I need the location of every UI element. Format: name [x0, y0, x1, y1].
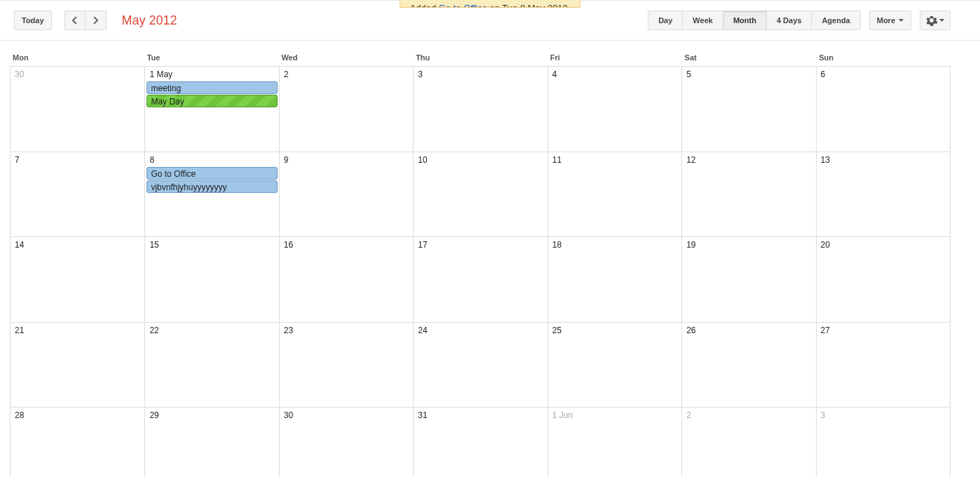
calendar-cell[interactable]: 3 [413, 67, 547, 152]
calendar-cell[interactable]: 5 [681, 67, 815, 152]
calendar-cell[interactable]: 3 [816, 408, 950, 477]
date-label: 1 May [145, 68, 278, 81]
prev-button[interactable] [64, 11, 86, 30]
next-button[interactable] [86, 11, 107, 30]
date-label: 15 [145, 238, 278, 251]
calendar-grid: 301 MaymeetingMay Day2345678Go to Office… [10, 66, 951, 477]
view-day-label: Day [658, 16, 672, 25]
calendar-cell[interactable]: 26 [681, 323, 815, 407]
date-label: 10 [414, 154, 547, 166]
toast-prefix: Added [410, 3, 439, 8]
view-month-button[interactable]: Month [723, 11, 767, 30]
date-label: 27 [817, 324, 950, 337]
dow-row: MonTueWedThuFriSatSun [10, 51, 951, 66]
view-4days-label: 4 Days [777, 16, 801, 25]
calendar-cell[interactable]: 22 [144, 323, 278, 407]
calendar-cell[interactable]: 19 [681, 237, 815, 321]
date-label: 25 [548, 324, 681, 337]
calendar-cell[interactable]: 25 [547, 323, 681, 407]
date-label: 1 Jun [548, 409, 681, 422]
date-label: 12 [682, 154, 815, 166]
date-label: 23 [280, 324, 413, 337]
date-label: 30 [280, 409, 413, 422]
calendar-cell[interactable]: 4 [547, 67, 681, 152]
calendar-event[interactable]: Go to Office [147, 167, 277, 180]
date-label: 31 [414, 409, 547, 422]
calendar-cell[interactable]: 7 [11, 152, 144, 236]
date-label: 7 [11, 154, 144, 166]
calendar-cell[interactable]: 2 [279, 67, 413, 152]
notification-toast: Added Go to Office on Tue 8 May 2012. [400, 0, 581, 8]
calendar-cell[interactable]: 28 [11, 408, 144, 477]
more-button-label: More [877, 16, 895, 25]
date-label: 28 [11, 409, 144, 422]
date-label: 9 [280, 154, 413, 166]
date-label: 30 [11, 68, 144, 81]
calendar-cell[interactable]: 21 [11, 323, 144, 407]
calendar-cell[interactable]: 1 Jun [547, 408, 681, 477]
date-label: 26 [682, 324, 815, 337]
calendar-week: 282930311 Jun23 [11, 407, 950, 477]
calendar-cell[interactable]: 6 [816, 67, 950, 152]
date-label: 8 [145, 154, 278, 166]
calendar-event[interactable]: vjbvnfhjyhuyyyyyyyy [147, 180, 277, 193]
dow-header: Wed [278, 51, 413, 66]
caret-down-icon [939, 19, 944, 22]
date-label: 2 [280, 68, 413, 81]
view-day-button[interactable]: Day [648, 11, 683, 30]
calendar-cell[interactable]: 24 [413, 323, 547, 407]
date-label: 14 [11, 238, 144, 251]
calendar-cell[interactable]: 11 [547, 152, 681, 236]
dow-header: Tue [144, 51, 279, 66]
calendar-cell[interactable]: 9 [279, 152, 413, 236]
date-label: 3 [817, 409, 950, 422]
calendar-cell[interactable]: 14 [11, 237, 144, 321]
date-label: 18 [548, 238, 681, 251]
caret-down-icon [899, 19, 904, 22]
calendar-cell[interactable]: 31 [413, 408, 547, 477]
date-label: 16 [280, 238, 413, 251]
date-label: 24 [414, 324, 547, 337]
calendar-cell[interactable]: 8Go to Officevjbvnfhjyhuyyyyyyyy [144, 152, 278, 236]
toast-suffix: on Tue 8 May 2012. [490, 3, 571, 8]
chevron-left-icon [72, 17, 78, 24]
calendar-cell[interactable]: 17 [413, 237, 547, 321]
calendar-cell[interactable]: 23 [279, 323, 413, 407]
date-label: 21 [11, 324, 144, 337]
view-month-label: Month [733, 16, 756, 25]
calendar-cell[interactable]: 16 [279, 237, 413, 321]
calendar-cell[interactable]: 10 [413, 152, 547, 236]
settings-button[interactable] [920, 11, 951, 30]
dow-header: Sat [682, 51, 817, 66]
view-4days-button[interactable]: 4 Days [767, 11, 812, 30]
calendar-week: 78Go to Officevjbvnfhjyhuyyyyyyyy9101112… [11, 152, 950, 236]
calendar-cell[interactable]: 27 [816, 323, 950, 407]
calendar-cell[interactable]: 13 [816, 152, 950, 236]
calendar-cell[interactable]: 30 [11, 67, 144, 152]
date-label: 13 [817, 154, 950, 166]
view-week-button[interactable]: Week [683, 11, 723, 30]
dow-header: Sun [816, 51, 951, 66]
calendar-event[interactable]: meeting [147, 81, 277, 94]
calendar-cell[interactable]: 15 [144, 237, 278, 321]
calendar-cell[interactable]: 30 [279, 408, 413, 477]
page-title: May 2012 [122, 13, 177, 28]
calendar-cell[interactable]: 1 MaymeetingMay Day [144, 67, 278, 152]
calendar-cell[interactable]: 18 [547, 237, 681, 321]
calendar-cell[interactable]: 2 [681, 408, 815, 477]
toast-link[interactable]: Go to Office [439, 3, 487, 8]
chevron-right-icon [93, 17, 98, 24]
view-agenda-button[interactable]: Agenda [812, 11, 860, 30]
date-label: 22 [145, 324, 278, 337]
calendar-event[interactable]: May Day [147, 95, 277, 107]
more-button[interactable]: More [869, 11, 911, 30]
calendar-cell[interactable]: 12 [681, 152, 815, 236]
gear-icon [926, 15, 937, 26]
view-switcher: Day Week Month 4 Days Agenda [648, 11, 861, 30]
date-label: 11 [548, 154, 681, 166]
dow-header: Fri [547, 51, 682, 66]
calendar-cell[interactable]: 20 [816, 237, 950, 321]
calendar-cell[interactable]: 29 [144, 408, 278, 477]
today-button[interactable]: Today [14, 11, 52, 30]
dow-header: Thu [413, 51, 547, 66]
